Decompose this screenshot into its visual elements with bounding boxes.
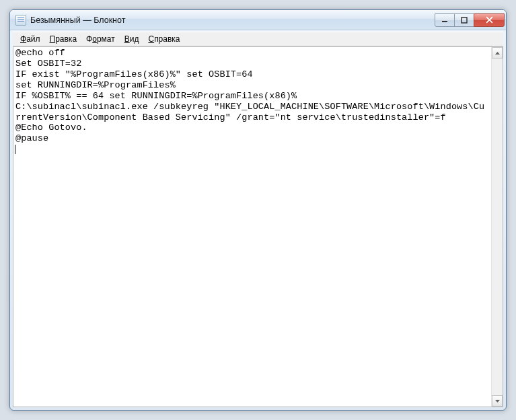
menu-view[interactable]: Вид [120, 33, 144, 45]
menu-format[interactable]: Формат [81, 33, 120, 45]
chevron-down-icon [495, 400, 500, 403]
chevron-up-icon [495, 52, 500, 55]
menu-file[interactable]: Файл [15, 33, 45, 45]
maximize-button[interactable] [454, 13, 474, 27]
maximize-icon [461, 17, 468, 24]
window-controls [435, 13, 505, 27]
text-editor[interactable]: @echo off Set OSBIT=32 IF exist "%Progra… [13, 47, 491, 407]
window-title: Безымянный — Блокнот [30, 15, 435, 25]
menu-bar: Файл Правка Формат Вид Справка [13, 32, 503, 46]
editor-container: @echo off Set OSBIT=32 IF exist "%Progra… [13, 46, 503, 407]
menu-edit[interactable]: Правка [45, 33, 82, 45]
scroll-down-button[interactable] [492, 395, 503, 407]
minimize-button[interactable] [435, 13, 455, 27]
menu-help[interactable]: Справка [143, 33, 184, 45]
minimize-icon [441, 17, 448, 24]
svg-rect-1 [462, 18, 467, 23]
scroll-up-button[interactable] [492, 47, 503, 59]
svg-rect-0 [442, 21, 447, 22]
close-button[interactable] [474, 13, 505, 27]
close-icon [486, 16, 493, 24]
title-bar[interactable]: Безымянный — Блокнот [10, 10, 506, 30]
scroll-track[interactable] [492, 59, 503, 395]
notepad-window: Безымянный — Блокнот Файл Правка Формат … [9, 9, 507, 411]
notepad-icon [15, 15, 26, 26]
vertical-scrollbar[interactable] [491, 47, 503, 407]
